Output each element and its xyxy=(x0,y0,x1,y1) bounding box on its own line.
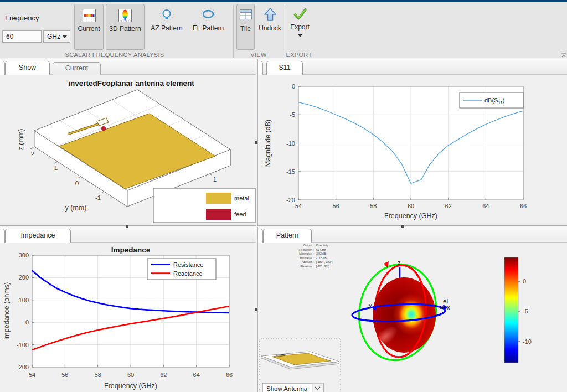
svg-text:58: 58 xyxy=(370,203,377,209)
colorbar-tick-labels: 0 -5 -10 xyxy=(523,278,532,345)
colorbar-ticks xyxy=(518,281,520,342)
svg-text:300: 300 xyxy=(19,252,29,259)
show-antenna-label: Show Antenna xyxy=(266,385,308,392)
export-button[interactable]: Export xyxy=(287,4,312,50)
frequency-label: Frequency xyxy=(5,14,39,22)
tab-current[interactable]: Current xyxy=(53,62,101,75)
tile-icon xyxy=(239,7,253,24)
z-axis-label: z (mm) xyxy=(17,129,25,151)
chevron-down-icon xyxy=(63,35,67,38)
current-button[interactable]: Current xyxy=(74,4,104,50)
az-pattern-button[interactable]: AZ Pattern xyxy=(147,4,187,50)
svg-text:54: 54 xyxy=(295,203,302,209)
toolbar-separator xyxy=(285,5,285,58)
svg-text:x: x xyxy=(447,304,450,311)
impedance-panel: Impedance Impedance 300 200 xyxy=(0,227,256,392)
colorbar xyxy=(504,257,518,363)
splitter-handle[interactable] xyxy=(401,225,404,228)
svg-text:Elevation: Elevation xyxy=(300,265,312,268)
svg-text:z: z xyxy=(398,259,401,266)
el-pattern-button[interactable]: EL Pattern xyxy=(189,4,227,50)
el-pattern-button-label: EL Pattern xyxy=(189,24,227,32)
s11-panel: S11 0 -5 -10 -15 xyxy=(257,59,567,226)
svg-text:[-90° , 90°]: [-90° , 90°] xyxy=(316,265,329,268)
svg-text:-10: -10 xyxy=(523,338,532,345)
frequency-unit-value: GHz xyxy=(47,33,60,40)
s11-chart: 0 -5 -10 -15 -20 54 56 58 60 62 64 66 Ma… xyxy=(258,75,567,226)
show-panel-tabbar: Show Current xyxy=(0,59,256,75)
undock-button-label: Undock xyxy=(257,24,283,32)
antenna-designer-app: Frequency GHz Current 3D Pattern xyxy=(0,0,567,392)
pattern-dip xyxy=(393,293,430,336)
y-tick-label: -1 xyxy=(95,194,101,201)
tile-button-label: Tile xyxy=(237,25,254,33)
svg-text:60: 60 xyxy=(127,372,134,378)
az-pattern-button-label: AZ Pattern xyxy=(147,24,187,32)
splitter-handle[interactable] xyxy=(126,225,128,228)
tab-s11[interactable]: S11 xyxy=(266,61,303,75)
svg-text:3.92 dBi: 3.92 dBi xyxy=(316,252,326,255)
svg-text:Min value: Min value xyxy=(300,256,312,260)
s11-panel-tabbar: S11 xyxy=(258,59,567,75)
svg-text::: : xyxy=(313,260,313,264)
s11-xlabel: Frequency (GHz) xyxy=(384,212,437,220)
y-tick-label: 1 xyxy=(54,164,58,171)
tab-fragment xyxy=(258,61,263,75)
section-label-scalar-frequency: SCALAR FREQUENCY ANALYSIS xyxy=(55,51,174,58)
section-label-export: EXPORT xyxy=(285,51,313,58)
antenna-3d-plot: invertedFcoplanar antenna element xyxy=(0,75,256,226)
svg-text::: : xyxy=(313,244,313,247)
svg-text:-13.5 dBi: -13.5 dBi xyxy=(316,256,327,260)
pattern-3d-view: Output:Directivity Frequency:60 GHz Max … xyxy=(258,243,567,392)
splitter-handle[interactable] xyxy=(255,308,257,311)
svg-text:y: y xyxy=(369,302,372,308)
tab-impedance[interactable]: Impedance xyxy=(5,229,71,243)
impedance-xtick-labels: 54 56 58 60 62 64 66 xyxy=(29,372,233,378)
toolbar: Frequency GHz Current 3D Pattern xyxy=(0,2,567,58)
section-label-view: VIEW xyxy=(242,51,275,58)
pattern-3d-button[interactable]: 3D Pattern xyxy=(106,4,145,50)
svg-text:-5: -5 xyxy=(290,111,295,118)
tab-fragment xyxy=(258,229,263,243)
svg-text:66: 66 xyxy=(520,203,527,209)
svg-text:-5: -5 xyxy=(523,308,528,314)
legend-swatch-feed xyxy=(206,209,231,220)
tab-show[interactable]: Show xyxy=(5,61,50,75)
legend-label-feed: feed xyxy=(234,211,246,218)
svg-text:0: 0 xyxy=(25,319,29,326)
svg-text:56: 56 xyxy=(61,372,68,378)
impedance-title: Impedance xyxy=(111,246,151,254)
show-antenna-dropdown[interactable]: Show Antenna xyxy=(262,383,323,392)
show-panel: Show Current invertedFcoplanar antenna e… xyxy=(0,59,256,226)
svg-text:-20: -20 xyxy=(286,197,295,203)
el-pattern-icon xyxy=(200,7,217,23)
undock-button[interactable]: Undock xyxy=(257,4,283,50)
svg-text:Output: Output xyxy=(303,244,312,247)
minimize-toolstrip-icon[interactable] xyxy=(560,52,567,59)
svg-text:-200: -200 xyxy=(17,364,29,370)
svg-text:60 GHz: 60 GHz xyxy=(316,248,326,251)
frequency-input[interactable] xyxy=(2,30,42,43)
splitter-handle[interactable] xyxy=(255,141,257,144)
svg-text:56: 56 xyxy=(333,203,339,209)
legend-label-reactance: Reactance xyxy=(173,270,203,277)
svg-text:-10: -10 xyxy=(286,140,295,147)
pattern-3d-button-label: 3D Pattern xyxy=(106,25,144,33)
legend-label-metal: metal xyxy=(234,195,249,202)
svg-text::: : xyxy=(313,256,313,260)
tile-button[interactable]: Tile xyxy=(236,4,255,50)
tab-pattern[interactable]: Pattern xyxy=(263,229,312,243)
export-button-label: Export xyxy=(287,23,312,31)
y-tick-label: 0 xyxy=(75,180,79,187)
svg-text:64: 64 xyxy=(482,203,489,209)
pattern-panel-content: Output:Directivity Frequency:60 GHz Max … xyxy=(258,243,567,392)
svg-text:0: 0 xyxy=(523,278,526,285)
legend-label-resistance: Resistance xyxy=(173,261,203,268)
svg-text:66: 66 xyxy=(226,372,233,378)
svg-text:-100: -100 xyxy=(17,342,29,348)
toolbar-separator xyxy=(233,5,234,58)
svg-text:58: 58 xyxy=(95,372,101,378)
s11-legend: dB(S11) xyxy=(460,92,523,108)
pattern-stats: Output:Directivity Frequency:60 GHz Max … xyxy=(298,244,333,268)
frequency-unit-dropdown[interactable]: GHz xyxy=(43,30,70,43)
